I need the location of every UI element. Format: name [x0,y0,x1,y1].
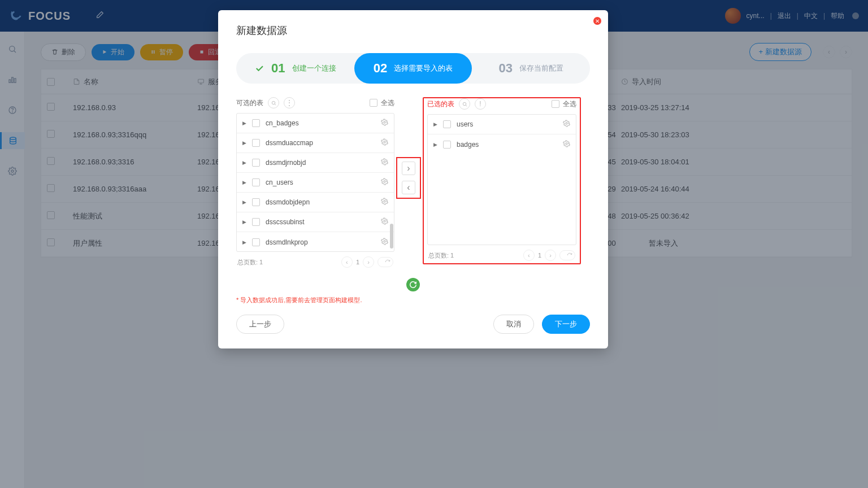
import-tip: * 导入数据成功后,需要前去管理页面构建模型. [236,296,590,304]
gear-icon[interactable] [381,138,388,147]
refresh-icon[interactable] [406,278,420,291]
select-all-right[interactable]: 全选 [552,99,576,109]
item-checkbox[interactable] [252,198,260,206]
list-item[interactable]: ▶dssmduaccmap [237,133,394,153]
selected-title: 已选的表 [427,99,454,109]
gear-icon[interactable] [381,217,388,226]
item-label: cn_badges [266,119,299,127]
right-prev[interactable]: ‹ [523,250,535,261]
left-next[interactable]: › [363,256,374,268]
list-item[interactable]: ▶dssmdjrnobjd [237,153,394,173]
step-3[interactable]: 03 保存当前配置 [472,53,590,84]
selected-list: ▶users▶badges [427,114,576,245]
gear-icon[interactable] [381,158,388,167]
item-checkbox[interactable] [252,218,260,226]
expand-icon[interactable]: ▶ [242,160,246,165]
item-label: users [457,120,473,128]
item-checkbox[interactable] [252,178,260,186]
search-icon[interactable] [268,97,279,108]
cancel-button[interactable]: 取消 [493,315,534,334]
left-prev[interactable]: ‹ [341,256,353,268]
expand-icon[interactable]: ▶ [242,120,246,126]
warn-icon[interactable]: ! [475,98,486,110]
svg-point-18 [384,161,385,163]
svg-point-22 [384,240,385,242]
list-item[interactable]: ▶users [428,115,576,134]
item-label: dssmduaccmap [266,139,313,147]
select-all-left[interactable]: 全选 [370,98,394,108]
svg-point-15 [272,101,275,104]
scrollbar[interactable] [389,114,394,251]
item-checkbox[interactable] [443,120,451,128]
gear-icon[interactable] [381,238,388,247]
item-checkbox[interactable] [252,159,260,167]
more-icon[interactable]: ⋮ [284,97,295,108]
gear-icon[interactable] [381,119,388,128]
gear-icon[interactable] [381,178,388,187]
steps: 01 创建一个连接 02 选择需要导入的表 03 保存当前配置 [236,53,590,84]
left-page: 1 [356,259,359,265]
list-item[interactable]: ▶dssmdobjdepn [237,193,394,212]
item-checkbox[interactable] [252,119,260,127]
svg-point-19 [384,181,385,182]
prev-button[interactable]: 上一步 [236,315,284,334]
expand-icon[interactable]: ▶ [242,219,246,225]
expand-icon[interactable]: ▶ [242,199,246,205]
svg-point-24 [566,123,567,124]
search-icon[interactable] [459,98,470,110]
expand-icon[interactable]: ▶ [242,239,246,245]
left-reload[interactable] [377,257,393,267]
item-label: badges [457,141,479,149]
right-next[interactable]: › [545,250,556,261]
expand-icon[interactable]: ▶ [242,180,246,185]
check-icon [254,63,264,73]
left-total: 总页数: 1 [237,258,263,267]
list-item[interactable]: ▶badges [428,134,576,154]
gear-icon[interactable] [563,120,570,129]
expand-icon[interactable]: ▶ [433,142,437,147]
move-buttons: › ‹ [396,157,421,199]
selected-panel: 已选的表 ! 全选 ▶users▶badges 总页数: 1 ‹ 1 › [423,97,581,264]
item-checkbox[interactable] [252,139,260,147]
move-left-button[interactable]: ‹ [402,181,415,194]
new-datasource-modal: ✕ 新建数据源 01 创建一个连接 02 选择需要导入的表 03 保存当前配置 … [218,10,608,348]
available-panel: 可选的表 ⋮ 全选 ▶cn_badges▶dssmduaccmap▶dssmdj… [236,97,394,268]
gear-icon[interactable] [381,198,388,207]
available-list: ▶cn_badges▶dssmduaccmap▶dssmdjrnobjd▶cn_… [236,113,394,252]
svg-point-25 [566,142,567,144]
item-label: dssmdjrnobjd [266,159,306,167]
list-item[interactable]: ▶cn_users [237,173,394,193]
item-label: dssmdobjdepn [266,198,310,206]
svg-point-17 [384,141,385,143]
item-label: cn_users [266,178,293,186]
list-item[interactable]: ▶dsscssubinst [237,212,394,232]
step-2[interactable]: 02 选择需要导入的表 [354,53,472,84]
move-right-button[interactable]: › [402,162,415,175]
list-item[interactable]: ▶cn_badges [237,114,394,133]
available-title: 可选的表 [236,98,263,108]
expand-icon[interactable]: ▶ [242,140,246,146]
svg-point-23 [463,102,466,106]
svg-point-16 [384,121,385,123]
right-page: 1 [538,252,541,259]
item-label: dsscssubinst [266,218,305,226]
step-1[interactable]: 01 创建一个连接 [236,53,354,84]
list-item[interactable]: ▶dssmdlnkprop [237,232,394,252]
gear-icon[interactable] [563,140,570,149]
close-icon[interactable]: ✕ [593,17,601,25]
svg-point-20 [384,201,385,202]
expand-icon[interactable]: ▶ [433,121,437,127]
modal-title: 新建数据源 [236,24,590,37]
svg-point-21 [384,220,385,222]
right-reload[interactable] [559,250,575,260]
next-button[interactable]: 下一步 [542,315,590,334]
item-checkbox[interactable] [252,238,260,246]
item-checkbox[interactable] [443,141,451,149]
right-total: 总页数: 1 [428,251,454,260]
item-label: dssmdlnkprop [266,238,308,246]
